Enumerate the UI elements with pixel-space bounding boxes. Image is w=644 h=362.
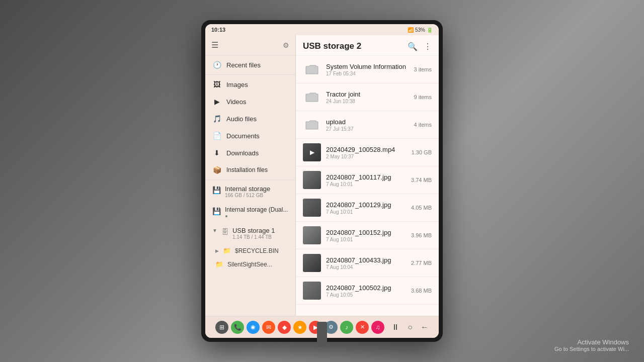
- div1: [205, 74, 295, 75]
- dock-cancel[interactable]: ✕: [356, 321, 369, 334]
- file-info-tractor: Tractor joint 24 Jun 10:38: [326, 90, 409, 104]
- thumb-img5: [303, 282, 321, 300]
- file-meta-img3: 7 Aug 10:01: [326, 237, 406, 242]
- file-meta-svi: 17 Feb 05:34: [326, 71, 409, 76]
- sidebar-item-downloads[interactable]: ⬇ Downloads: [205, 144, 295, 161]
- file-item-img2[interactable]: 20240807_100129.jpg 7 Aug 10:01 4.05 MB: [296, 194, 439, 222]
- more-options-button[interactable]: ⋮: [424, 42, 432, 51]
- internal-dual-dot: ●: [225, 213, 288, 219]
- sidebar-recycle[interactable]: ▶ 📁 $RECYCLE.BIN: [205, 244, 295, 257]
- file-name-svi: System Volume Information: [326, 63, 409, 70]
- usb-cable: [317, 322, 327, 347]
- status-time: 10:13: [211, 27, 225, 33]
- file-size-img4: 2.77 MB: [411, 260, 432, 266]
- file-size-svi: 3 items: [414, 66, 432, 72]
- windows-watermark: Activate Windows Go to Settings to activ…: [554, 338, 629, 352]
- thumb-vid1: ▶: [303, 143, 321, 161]
- usb1-text: USB storage 1 1.14 TB / 1.44 TB: [232, 227, 275, 240]
- recycle-label: $RECYCLE.BIN: [235, 247, 279, 254]
- sidebar-item-images[interactable]: 🖼 Images: [205, 76, 295, 93]
- usb1-icon: 🗄: [221, 228, 228, 236]
- internal-name: Internal storage: [225, 185, 270, 193]
- search-button[interactable]: 🔍: [408, 42, 418, 51]
- file-meta-tractor: 24 Jun 10:38: [326, 99, 409, 104]
- sidebar-item-installation[interactable]: 📦 Installation files: [205, 161, 295, 178]
- sidebar-item-documents[interactable]: 📄 Documents: [205, 127, 295, 144]
- dock-star[interactable]: ★: [293, 321, 306, 334]
- videos-label: Videos: [226, 98, 247, 106]
- file-meta-img2: 7 Aug 10:01: [326, 209, 406, 215]
- file-item-upload[interactable]: upload 27 Jul 15:37 4 items: [296, 111, 439, 139]
- pause-button[interactable]: ⏸: [391, 323, 399, 332]
- images-icon: 🖼: [212, 80, 221, 88]
- dock-grid[interactable]: ⊞: [215, 321, 228, 334]
- file-item-tractor[interactable]: Tractor joint 24 Jun 10:38 9 items: [296, 83, 439, 111]
- file-size-tractor: 9 items: [414, 94, 432, 100]
- file-meta-upload: 27 Jul 15:37: [326, 126, 409, 132]
- expand-arrow-usb1: ▼: [212, 228, 217, 233]
- recent-icon: 🕐: [212, 61, 221, 69]
- sidebar-internal-storage[interactable]: 💾 Internal storage 166 GB / 512 GB: [205, 181, 295, 202]
- back-button[interactable]: ←: [421, 323, 429, 332]
- documents-icon: 📄: [212, 132, 221, 140]
- file-info-img2: 20240807_100129.jpg 7 Aug 10:01: [326, 201, 406, 215]
- tablet-screen: 10:13 📶 53% 🔋 ☰ ⚙ 🕐 Recent files: [205, 24, 439, 338]
- file-size-vid1: 1.30 GB: [412, 149, 432, 155]
- sidebar-usb1[interactable]: ▼ 🗄 USB storage 1 1.14 TB / 1.44 TB: [205, 223, 295, 244]
- internal-size: 166 GB / 512 GB: [225, 193, 270, 198]
- file-item-img4[interactable]: 20240807_100433.jpg 7 Aug 10:04 2.77 MB: [296, 249, 439, 277]
- sidebar-internal-dual[interactable]: 💾 Internal storage (Dual... ●: [205, 202, 295, 223]
- signal-icon: 📶: [408, 27, 414, 33]
- file-item-svi[interactable]: System Volume Information 17 Feb 05:34 3…: [296, 56, 439, 83]
- watermark-line2: Go to Settings to activate Wi...: [554, 346, 629, 352]
- file-size-img3: 3.96 MB: [411, 232, 432, 238]
- file-meta-vid1: 2 May 10:37: [326, 154, 407, 159]
- dock-music[interactable]: ♫: [371, 321, 384, 334]
- sidebar-divider: [205, 55, 295, 55]
- installation-label: Installation files: [226, 166, 268, 173]
- file-size-img2: 4.05 MB: [411, 205, 432, 211]
- home-button[interactable]: ○: [408, 323, 413, 332]
- app-content: ☰ ⚙ 🕐 Recent files 🖼 Images ▶ Videos: [205, 35, 439, 316]
- folder-icon-tractor: [303, 88, 321, 106]
- file-item-vid1[interactable]: ▶ 20240429_100528.mp4 2 May 10:37 1.30 G…: [296, 139, 439, 166]
- folder-icon-upload: [303, 116, 321, 134]
- recycle-folder-icon: 📁: [223, 247, 231, 254]
- sidebar-header: ☰ ⚙: [205, 35, 295, 54]
- file-item-img3[interactable]: 20240807_100152.jpg 7 Aug 10:01 3.96 MB: [296, 222, 439, 249]
- sidebar-silentsight[interactable]: 📁 SilentSightSee...: [205, 257, 295, 271]
- downloads-icon: ⬇: [212, 149, 221, 157]
- file-name-img5: 20240807_100502.jpg: [326, 284, 406, 292]
- internal-icon: 💾: [212, 186, 221, 194]
- settings-icon[interactable]: ⚙: [283, 41, 289, 49]
- dock-phone[interactable]: 📞: [231, 321, 244, 334]
- internal-dual-name: Internal storage (Dual...: [225, 206, 288, 213]
- status-bar: 10:13 📶 53% 🔋: [205, 24, 439, 35]
- usb1-size: 1.14 TB / 1.44 TB: [232, 234, 275, 240]
- battery-icon: 🔋: [427, 27, 433, 33]
- dock-browser[interactable]: ◉: [247, 321, 260, 334]
- file-name-img4: 20240807_100433.jpg: [326, 256, 406, 264]
- file-item-img1[interactable]: 20240807_100117.jpg 7 Aug 10:01 3.74 MB: [296, 166, 439, 194]
- tablet-frame: 10:13 📶 53% 🔋 ☰ ⚙ 🕐 Recent files: [201, 20, 443, 342]
- file-size-img1: 3.74 MB: [411, 177, 432, 183]
- battery-text: 53%: [415, 27, 425, 33]
- file-info-upload: upload 27 Jul 15:37: [326, 118, 409, 132]
- file-info-vid1: 20240429_100528.mp4 2 May 10:37: [326, 146, 407, 159]
- dock-spotify[interactable]: ♪: [340, 321, 353, 334]
- file-info-svi: System Volume Information 17 Feb 05:34: [326, 63, 409, 76]
- thumb-img4: [303, 254, 321, 272]
- hamburger-menu[interactable]: ☰: [211, 40, 218, 50]
- main-title: USB storage 2: [303, 41, 361, 51]
- file-name-img2: 20240807_100129.jpg: [326, 201, 406, 209]
- sidebar-item-recent[interactable]: 🕐 Recent files: [205, 56, 295, 73]
- file-item-img5[interactable]: 20240807_100502.jpg 7 Aug 10:05 3.68 MB: [296, 277, 439, 305]
- thumb-img2: [303, 199, 321, 217]
- file-size-upload: 4 items: [414, 122, 432, 128]
- sidebar-item-videos[interactable]: ▶ Videos: [205, 93, 295, 110]
- dock-maps[interactable]: ◆: [278, 321, 291, 334]
- dock-messages[interactable]: ✉: [262, 321, 275, 334]
- sidebar-item-audio[interactable]: 🎵 Audio files: [205, 110, 295, 127]
- silentsight-folder-icon: 📁: [215, 260, 223, 268]
- file-name-tractor: Tractor joint: [326, 90, 409, 98]
